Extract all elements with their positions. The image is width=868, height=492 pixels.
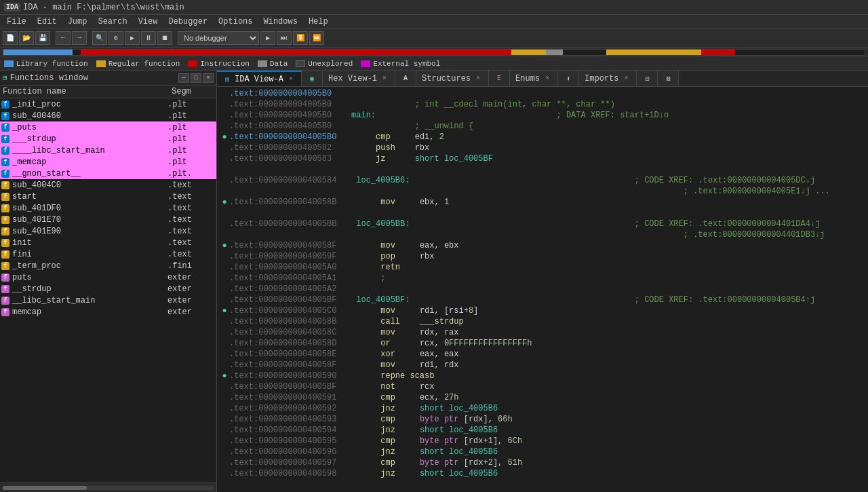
code-line[interactable]: .text:0000000000400584 loc_4005B6: ; COD… <box>217 175 868 186</box>
code-line[interactable]: .text:000000000040058D or rcx, 0FFFFFFFF… <box>217 338 868 349</box>
toolbar-debug1[interactable]: ▶ <box>260 31 275 45</box>
tab-ida-view-a[interactable]: ▤ IDA View-A × <box>217 71 302 86</box>
code-line[interactable]: ; .text:00000000004005E1↓j ... <box>217 186 868 197</box>
menu-windows[interactable]: Windows <box>258 15 303 29</box>
tab-enums-close[interactable]: × <box>542 74 552 83</box>
toolbar-save[interactable]: 💾 <box>35 31 50 45</box>
code-line[interactable]: .text:0000000000400596 jnz short loc_400… <box>217 447 868 457</box>
menu-edit[interactable]: Edit <box>32 15 62 29</box>
code-line[interactable]: .text:0000000004005B0 ; int __cdecl main… <box>217 99 868 110</box>
code-line[interactable]: .text:000000000040058E xor eax, eax <box>217 349 868 360</box>
tab-enums[interactable]: Enums × <box>510 71 558 86</box>
code-line[interactable]: ●.text:000000000040058F mov eax, ebx <box>217 240 868 251</box>
func-row[interactable]: fsub_4004C0.text <box>0 179 216 191</box>
tab-structures[interactable]: Structures × <box>416 71 489 86</box>
code-line[interactable]: ; .text:0000000000004401DB3↓j <box>217 229 868 240</box>
func-row[interactable]: f__gnon_start__.plt. <box>0 168 216 179</box>
code-line[interactable]: .text:000000000400583 jz short loc_4005B… <box>217 153 868 164</box>
func-row[interactable]: f___strdup.plt <box>0 133 216 145</box>
toolbar-open[interactable]: 📂 <box>19 31 34 45</box>
code-line[interactable]: ●.text:000000000040058B mov ebx, 1 <box>217 197 868 208</box>
func-row[interactable]: f_term_proc.fini <box>0 260 216 271</box>
code-line[interactable] <box>217 208 868 219</box>
menu-options[interactable]: Options <box>213 15 258 29</box>
tab-e-icon[interactable]: E <box>489 71 510 86</box>
func-row[interactable]: fsub_400460.plt <box>0 110 216 121</box>
tab-monitor[interactable]: ▣ <box>302 71 323 86</box>
toolbar-btn5[interactable]: ⏹ <box>157 31 172 45</box>
code-line[interactable]: .text:00000000004005BB loc_4005BB: ; COD… <box>217 219 868 229</box>
code-line[interactable]: .text:0000000000400597 cmp byte ptr [rdx… <box>217 457 868 468</box>
func-row[interactable]: fstart.text <box>0 191 216 202</box>
code-line[interactable]: .text:000000000040059F pop rbx <box>217 251 868 262</box>
toolbar-btn4[interactable]: ⏸ <box>141 31 156 45</box>
func-row[interactable]: fsub_401E90.text <box>0 225 216 237</box>
toolbar-btn3[interactable]: ▶ <box>125 31 140 45</box>
func-row[interactable]: fsub_401E70.text <box>0 214 216 225</box>
code-line[interactable]: ●.text:00000000004005C0 mov rdi, [rsi+8] <box>217 305 868 316</box>
code-line[interactable]: ●.text:0000000000400590 repne scasb <box>217 371 868 381</box>
code-line[interactable]: .text:0000000000400591 cmp ecx, 27h <box>217 392 868 403</box>
code-line[interactable]: .text:000000000040058B call ___strdup <box>217 316 868 327</box>
code-line[interactable] <box>217 164 868 175</box>
tab-imports[interactable]: Imports × <box>579 71 637 86</box>
tab-hex-view-1[interactable]: Hex View-1 × <box>323 71 395 86</box>
code-line[interactable]: .text:0000000004005B0 main: ; DATA XREF:… <box>217 110 868 121</box>
code-line[interactable]: .text:000000000040058F mov rdi, rdx <box>217 360 868 371</box>
code-line[interactable]: .text:000000000040058C mov rdx, rax <box>217 327 868 338</box>
code-line[interactable]: .text:0000000004005B0 ; __unwind { <box>217 121 868 132</box>
code-line[interactable]: .text:0000000000400593 cmp byte ptr [rdx… <box>217 414 868 425</box>
toolbar-new[interactable]: 📄 <box>3 31 18 45</box>
tab-imports-close[interactable]: × <box>621 74 631 83</box>
menu-view[interactable]: View <box>133 15 163 29</box>
func-row[interactable]: f_init_proc.plt <box>0 98 216 110</box>
func-row[interactable]: fmemcapexter <box>0 306 216 318</box>
menu-file[interactable]: File <box>1 15 32 29</box>
toolbar-back[interactable]: ← <box>56 31 71 45</box>
func-row[interactable]: f_memcap.plt <box>0 156 216 168</box>
func-row[interactable]: f____libc_start_main.plt <box>0 145 216 156</box>
functions-maximize[interactable]: □ <box>191 73 201 83</box>
code-line[interactable]: ●.text:00000000004005B0 cmp edi, 2 <box>217 132 868 143</box>
func-row[interactable]: fputsexter <box>0 271 216 283</box>
func-row[interactable]: fsub_401DF0.text <box>0 202 216 214</box>
functions-list[interactable]: f_init_proc.pltfsub_400460.pltf_puts.plt… <box>0 98 216 482</box>
toolbar-debug3[interactable]: ⏬ <box>293 31 308 45</box>
menu-jump[interactable]: Jump <box>62 15 93 29</box>
tab-extra2[interactable]: ⊠ <box>658 71 679 86</box>
code-line[interactable]: .text:0000000004005B0 <box>217 88 868 99</box>
code-line[interactable]: .text:0000000000400598 jnz short loc_400… <box>217 468 868 479</box>
func-row[interactable]: finit.text <box>0 237 216 248</box>
func-row[interactable]: f__strdupexter <box>0 283 216 295</box>
tab-import-icon[interactable]: ⬆ <box>558 71 579 86</box>
toolbar-debug4[interactable]: ⏩ <box>309 31 324 45</box>
func-row[interactable]: f_puts.plt <box>0 121 216 133</box>
code-line[interactable]: .text:0000000000400592 jnz short loc_400… <box>217 403 868 414</box>
func-row[interactable]: f__libc_start_mainexter <box>0 295 216 306</box>
tab-hex-close[interactable]: × <box>380 74 389 83</box>
code-line[interactable]: .text:00000000004005BF loc_4005BF: ; COD… <box>217 295 868 305</box>
toolbar-btn2[interactable]: ⚙ <box>108 31 123 45</box>
toolbar-fwd[interactable]: → <box>72 31 87 45</box>
tab-extra1[interactable]: ⊡ <box>637 71 658 86</box>
toolbar-btn1[interactable]: 🔍 <box>92 31 107 45</box>
debugger-combo[interactable]: No debugger <box>178 31 259 45</box>
code-line[interactable]: .text:0000000000400595 cmp byte ptr [rdx… <box>217 436 868 447</box>
code-view[interactable]: .text:0000000004005B0 .text:000000000400… <box>217 87 868 492</box>
tab-structures-close[interactable]: × <box>473 74 483 83</box>
code-line[interactable]: .text:00000000004005A0 retn <box>217 262 868 273</box>
toolbar-debug2[interactable]: ⏭ <box>277 31 292 45</box>
menu-help[interactable]: Help <box>303 15 334 29</box>
code-line[interactable]: .text:00000000004005A2 <box>217 284 868 295</box>
code-line[interactable]: .text:0000000000400594 jnz short loc_400… <box>217 425 868 436</box>
functions-minimize[interactable]: — <box>178 73 189 83</box>
tab-ida-close[interactable]: × <box>286 75 296 84</box>
code-line[interactable]: .text:00000000004005BF not rcx <box>217 381 868 392</box>
code-line[interactable]: .text:00000000004005A1 ; <box>217 273 868 284</box>
func-row[interactable]: ffini.text <box>0 248 216 260</box>
code-line[interactable]: .text:000000000400582 push rbx <box>217 143 868 153</box>
tab-a-icon[interactable]: A <box>395 71 416 86</box>
menu-search[interactable]: Search <box>92 15 132 29</box>
functions-close[interactable]: × <box>203 73 214 83</box>
menu-debugger[interactable]: Debugger <box>163 15 213 29</box>
